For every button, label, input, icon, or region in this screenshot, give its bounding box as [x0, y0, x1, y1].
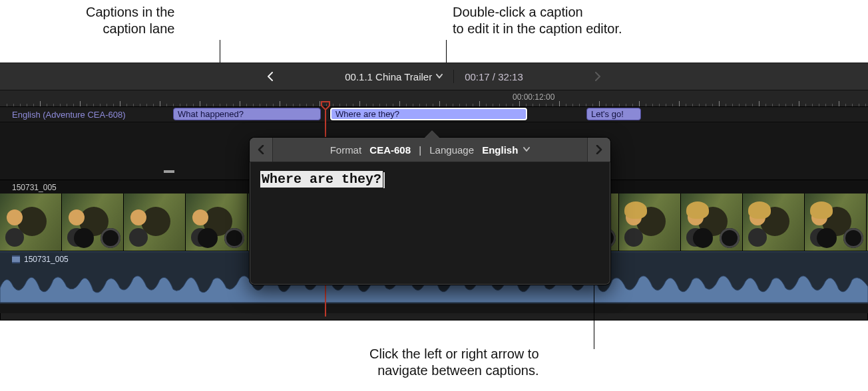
language-value: English	[482, 144, 518, 156]
chevron-down-icon	[523, 147, 530, 152]
meta-separator: |	[419, 144, 421, 156]
video-clip-label: 150731_005	[12, 183, 57, 192]
language-label: Language	[429, 144, 474, 156]
filmstrip-icon	[12, 255, 20, 263]
caption-text-input[interactable]: Where are they?	[260, 171, 383, 188]
caption-clip-selected[interactable]: Where are they?	[330, 108, 527, 120]
history-forward-button	[591, 70, 604, 83]
callout-double-click: Double-click a caption to edit it in the…	[453, 4, 622, 37]
caption-clip[interactable]: What happened?	[173, 108, 321, 120]
caption-clip-text: Let's go!	[591, 109, 624, 119]
caption-clip-text: What happened?	[178, 109, 244, 119]
callout-nav-arrows: Click the left or right arrow to navigat…	[369, 346, 539, 379]
titlebar-divider	[453, 70, 454, 83]
caption-lane: English (Adventure CEA-608) What happene…	[0, 107, 868, 122]
callout-captions-in-lane: Captions in the caption lane	[86, 4, 174, 37]
ruler-time-label: 00:00:12:00	[513, 92, 554, 102]
timeline-ruler[interactable]: 00:00:12:00	[0, 90, 868, 107]
timecode-display: 00:17 / 32:13	[465, 71, 523, 82]
history-back-button[interactable]	[264, 70, 277, 83]
caption-editor-popover: Format CEA-608 | Language English Where …	[249, 137, 611, 285]
project-name-dropdown[interactable]: 00.1.1 China Trailer	[345, 71, 443, 82]
caption-lane-label: English (Adventure CEA-608)	[12, 107, 126, 122]
chevron-left-icon	[258, 145, 264, 154]
audio-clip-label-text: 150731_005	[24, 255, 69, 264]
caption-editor-header: Format CEA-608 | Language English	[250, 138, 610, 162]
format-label: Format	[330, 144, 362, 156]
timeline-bottom-pad	[0, 304, 868, 313]
audio-clip-label: 150731_005	[12, 255, 69, 264]
chevron-right-icon	[596, 145, 602, 154]
format-value: CEA-608	[369, 144, 411, 156]
project-name-label: 00.1.1 China Trailer	[345, 71, 432, 82]
caption-editor-body[interactable]: Where are they?	[250, 162, 610, 285]
connection-anchor	[164, 170, 174, 173]
chevron-left-icon	[267, 72, 274, 81]
timeline-titlebar: 00.1.1 China Trailer 00:17 / 32:13	[0, 63, 868, 90]
text-caret	[383, 172, 385, 188]
svg-rect-1	[12, 255, 20, 257]
svg-rect-2	[12, 262, 20, 263]
caption-clip-text: Where are they?	[335, 109, 399, 119]
chevron-down-icon	[436, 74, 443, 79]
caption-format-language-dropdown[interactable]: Format CEA-608 | Language English	[273, 138, 587, 162]
caption-clip[interactable]: Let's go!	[586, 108, 641, 120]
chevron-right-icon	[594, 72, 601, 81]
caption-prev-button[interactable]	[250, 138, 273, 162]
caption-next-button[interactable]	[587, 138, 610, 162]
